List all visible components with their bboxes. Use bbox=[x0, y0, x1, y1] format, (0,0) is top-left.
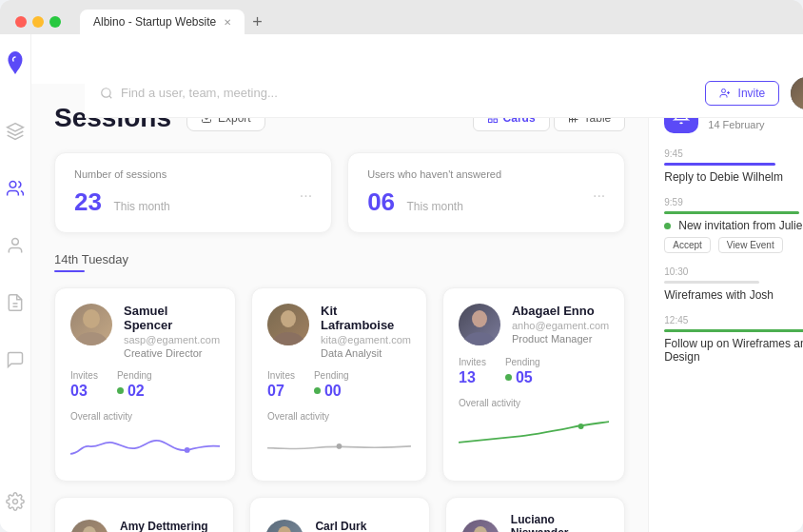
svg-point-5 bbox=[102, 88, 110, 96]
user-avatar-1 bbox=[267, 304, 309, 345]
search-placeholder[interactable]: Find a user, team, meeting... bbox=[121, 86, 278, 100]
app-logo bbox=[5, 49, 26, 82]
svg-point-15 bbox=[83, 309, 100, 328]
main-content: Sessions Export Cards bbox=[31, 84, 648, 532]
timeline-text-2: Wireframes with Josh bbox=[664, 288, 803, 302]
view-event-button[interactable]: View Event bbox=[718, 237, 783, 253]
stats-row: Number of sessions ··· 23 This month Use… bbox=[54, 152, 625, 233]
bottom-card-1: Carl Durk cardc@egament.com UX Designer bbox=[249, 497, 429, 532]
bottom-name-2: Luciano Niswander bbox=[511, 513, 609, 532]
timeline-time-0: 9:45 bbox=[664, 148, 803, 159]
date-underline bbox=[54, 270, 85, 272]
traffic-lights bbox=[15, 16, 61, 28]
bottom-user-info-2: Luciano Niswander anhct@egament.com Full… bbox=[511, 513, 609, 532]
stat-card-unanswered: Users who haven't answered ··· 06 This m… bbox=[347, 152, 625, 233]
search-icon bbox=[100, 87, 113, 100]
tab-close-button[interactable]: ✕ bbox=[224, 17, 231, 28]
topbar: Find a user, team, meeting... Invite bbox=[85, 69, 803, 118]
user-name-2: Abagael Enno bbox=[512, 304, 609, 318]
bottom-avatar-0 bbox=[70, 520, 108, 532]
user-pending-1: Pending 00 bbox=[314, 370, 349, 400]
user-name-0: Samuel Spencer bbox=[124, 304, 220, 332]
sidebar-item-document[interactable] bbox=[0, 287, 30, 318]
stat-card-sessions: Number of sessions ··· 23 This month bbox=[54, 152, 332, 233]
svg-point-0 bbox=[10, 182, 16, 188]
user-role-0: Creative Director bbox=[124, 347, 220, 359]
bottom-user-info-0: Amy Dettmering antte@egament.com Project… bbox=[120, 520, 208, 532]
right-panel: 3 Forecast 14 February 9:45 Reply to Deb… bbox=[648, 84, 803, 532]
bottom-user-info-1: Carl Durk cardc@egament.com UX Designer bbox=[315, 520, 405, 532]
timeline-item-3: 12:45 Follow up on Wireframes and Design bbox=[664, 315, 803, 364]
sidebar-item-layers[interactable] bbox=[0, 116, 30, 147]
timeline-time-1: 9:59 bbox=[664, 197, 803, 207]
sidebar-item-settings[interactable] bbox=[0, 486, 30, 517]
timeline-text-3: Follow up on Wireframes and Design bbox=[664, 337, 803, 364]
user-stats-1: Invites 07 Pending 00 bbox=[267, 370, 411, 400]
pending-dot-0 bbox=[117, 387, 124, 394]
svg-rect-14 bbox=[494, 119, 498, 123]
user-details-0: Samuel Spencer sasp@egament.com Creative… bbox=[124, 304, 220, 359]
tab-bar: Albino - Startup Website ✕ + bbox=[80, 10, 788, 34]
activity-chart-2 bbox=[459, 414, 609, 448]
user-role-1: Data Analysit bbox=[321, 347, 411, 359]
bottom-avatar-1 bbox=[265, 520, 304, 532]
activity-chart-0 bbox=[70, 427, 220, 462]
timeline-time-2: 10:30 bbox=[664, 266, 803, 277]
user-invites-2: Invites 13 bbox=[459, 357, 486, 386]
timeline-bar-1 bbox=[664, 211, 799, 214]
timeline-item-0: 9:45 Reply to Debie Wilhelm bbox=[664, 148, 803, 184]
pending-dot-1 bbox=[314, 387, 321, 394]
maximize-dot[interactable] bbox=[49, 16, 61, 28]
user-card-2: Abagael Enno anho@egament.com Product Ma… bbox=[442, 287, 625, 482]
user-name-1: Kit Laframboise bbox=[321, 304, 411, 332]
user-avatar-0 bbox=[70, 304, 112, 345]
timeline-text-1: New invitation from Julie bbox=[678, 219, 802, 232]
user-stats-0: Invites 03 Pending 02 bbox=[70, 370, 220, 400]
svg-point-23 bbox=[578, 424, 584, 429]
invite-button[interactable]: Invite bbox=[705, 81, 779, 106]
stat-period-sessions: This month bbox=[113, 200, 169, 213]
stat-period-unanswered: This month bbox=[407, 200, 463, 213]
minimize-dot[interactable] bbox=[32, 16, 44, 28]
user-role-2: Product Manager bbox=[512, 333, 609, 345]
svg-point-28 bbox=[474, 526, 487, 532]
stat-more-unanswered[interactable]: ··· bbox=[593, 187, 605, 205]
timeline-actions-1: Accept View Event bbox=[664, 237, 803, 253]
svg-point-4 bbox=[13, 500, 18, 504]
stat-more-sessions[interactable]: ··· bbox=[300, 187, 312, 205]
user-pending-2: Pending 05 bbox=[505, 357, 540, 386]
bottom-card-0: Amy Dettmering antte@egament.com Project… bbox=[54, 497, 234, 532]
bottom-name-1: Carl Durk bbox=[315, 520, 405, 532]
new-tab-button[interactable]: + bbox=[252, 12, 263, 32]
close-dot[interactable] bbox=[15, 16, 27, 28]
date-label: 14th Tuesday bbox=[54, 252, 625, 266]
sidebar-item-chat[interactable] bbox=[0, 345, 30, 375]
svg-point-1 bbox=[12, 239, 19, 246]
svg-rect-13 bbox=[488, 119, 492, 123]
svg-point-20 bbox=[337, 443, 343, 449]
app-container: Find a user, team, meeting... Invite bbox=[0, 34, 803, 532]
user-info-1: Kit Laframboise kita@egament.com Data An… bbox=[267, 304, 411, 359]
pending-dot-2 bbox=[505, 374, 512, 381]
accept-button[interactable]: Accept bbox=[664, 237, 711, 253]
svg-point-18 bbox=[281, 310, 296, 327]
timeline-bar-2 bbox=[664, 281, 759, 284]
svg-point-16 bbox=[74, 332, 108, 345]
user-avatar[interactable] bbox=[791, 77, 803, 109]
browser-tab[interactable]: Albino - Startup Website ✕ bbox=[80, 10, 245, 34]
sidebar-item-person[interactable] bbox=[0, 230, 30, 261]
bottom-cards-row: Amy Dettmering antte@egament.com Project… bbox=[54, 497, 625, 532]
browser-chrome: Albino - Startup Website ✕ + bbox=[0, 0, 803, 34]
user-email-2: anho@egament.com bbox=[512, 320, 609, 331]
svg-point-22 bbox=[462, 332, 497, 345]
sidebar-item-users[interactable] bbox=[0, 173, 30, 204]
forecast-date: 14 February bbox=[708, 119, 768, 130]
stat-label-sessions: Number of sessions bbox=[74, 168, 312, 180]
bottom-card-2: Luciano Niswander anhct@egament.com Full… bbox=[445, 497, 625, 532]
invite-icon bbox=[719, 88, 731, 99]
user-invites-0: Invites 03 bbox=[70, 370, 98, 400]
svg-line-6 bbox=[109, 95, 112, 98]
svg-point-24 bbox=[83, 526, 96, 532]
date-section: 14th Tuesday bbox=[54, 252, 625, 272]
user-card-0: Samuel Spencer sasp@egament.com Creative… bbox=[54, 287, 236, 482]
